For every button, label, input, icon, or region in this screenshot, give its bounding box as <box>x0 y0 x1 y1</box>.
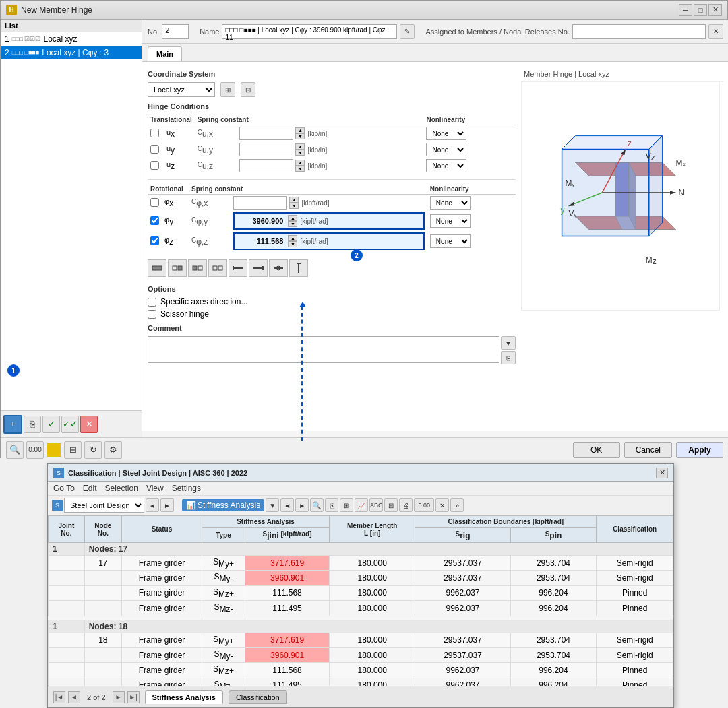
search-button[interactable]: 🔍 <box>6 441 24 459</box>
maximize-button[interactable]: □ <box>694 4 707 16</box>
hinge-icon-6[interactable] <box>249 259 268 277</box>
no-input[interactable]: 2 <box>162 24 189 39</box>
nonlin-select-phix[interactable]: None <box>430 196 471 210</box>
forward-btn[interactable]: ► <box>295 498 309 512</box>
check2-button[interactable]: ✓✓ <box>61 416 79 433</box>
comment-copy[interactable]: ⎘ <box>501 351 516 364</box>
panel-close-button[interactable]: ✕ <box>656 468 668 478</box>
hinge-icon-7[interactable] <box>269 259 288 277</box>
scissor-hinge-check[interactable] <box>148 310 156 319</box>
menu-selection[interactable]: Selection <box>105 484 138 493</box>
delete-button[interactable]: ✕ <box>80 416 98 433</box>
nonlin-select-uy[interactable]: None <box>426 143 466 156</box>
print-btn[interactable]: 🖨 <box>399 498 413 512</box>
spin-phix[interactable]: ▲▼ <box>289 197 299 209</box>
spin-phiy[interactable]: ▲▼ <box>288 215 297 227</box>
menu-view[interactable]: View <box>146 484 164 493</box>
nav-prev-button[interactable]: ◄ <box>146 498 159 512</box>
tab-main[interactable]: Main <box>148 46 182 61</box>
add-button[interactable]: + <box>3 415 22 434</box>
menu-goto[interactable]: Go To <box>53 484 75 493</box>
apply-button[interactable]: Apply <box>676 442 723 458</box>
menu-edit[interactable]: Edit <box>83 484 97 493</box>
cell-status-2-1: Frame girder <box>122 633 202 647</box>
minimize-button[interactable]: ─ <box>679 4 692 16</box>
dropdown-btn[interactable]: ▼ <box>266 498 279 512</box>
more-btn[interactable]: » <box>450 498 464 512</box>
nonlin-select-phiz[interactable]: None <box>430 234 471 248</box>
comment-expand[interactable]: ▼ <box>501 336 516 350</box>
spring-input-uz[interactable] <box>239 159 293 172</box>
name-input[interactable]: □□□ □■■■ | Local xyz | Cφy : 3960.900 ki… <box>222 24 397 39</box>
copy-panel-btn[interactable]: ⎘ <box>325 498 338 512</box>
spin-ux[interactable]: ▲▼ <box>295 127 305 139</box>
menu-settings[interactable]: Settings <box>172 484 201 493</box>
hinge-icon-1[interactable] <box>148 259 166 277</box>
spring-input-phiy[interactable] <box>235 214 286 228</box>
check-phix[interactable] <box>150 198 159 207</box>
tabs: Main <box>142 44 728 62</box>
prev-page-btn[interactable]: ◄ <box>68 691 80 703</box>
stiffness-tab-btn[interactable]: 📊 Stiffness Analysis <box>182 499 264 511</box>
next-page-btn[interactable]: ► <box>113 691 125 703</box>
nav-next-button[interactable]: ► <box>160 498 174 512</box>
item-label-1: Local xyz <box>44 34 78 44</box>
check-button[interactable]: ✓ <box>42 416 60 433</box>
check-phiz[interactable] <box>150 236 159 245</box>
check-uz[interactable] <box>150 161 159 170</box>
filter-button[interactable]: ⊞ <box>64 441 82 459</box>
assigned-action-button[interactable]: ✕ <box>708 24 723 39</box>
cross-btn[interactable]: ✕ <box>435 498 449 512</box>
color-button[interactable] <box>47 443 61 457</box>
abc-btn[interactable]: ABC <box>369 498 383 512</box>
close-button[interactable]: ✕ <box>708 4 722 16</box>
search-panel-btn[interactable]: 🔍 <box>310 498 324 512</box>
list-item-1[interactable]: 1 □□□ ☑☑☑ Local xyz <box>1 32 142 46</box>
back-btn[interactable]: ◄ <box>280 498 294 512</box>
coord-btn1[interactable]: ⊞ <box>220 82 235 97</box>
settings-button[interactable]: ⚙ <box>104 441 122 459</box>
spin-uy[interactable]: ▲▼ <box>295 143 305 156</box>
nonlin-select-uz[interactable]: None <box>426 159 466 172</box>
check-phiy[interactable] <box>150 216 159 225</box>
bottom-tab-stiffness[interactable]: Stiffness Analysis <box>145 690 223 704</box>
spring-input-ux[interactable] <box>239 127 293 140</box>
zero-button[interactable]: 0.00 <box>26 441 44 459</box>
spring-input-phix[interactable] <box>233 196 287 210</box>
group-header-1: 1 Nodes: 17 <box>49 543 673 556</box>
design-select[interactable]: Steel Joint Design <box>64 498 144 513</box>
hinge-icon-5[interactable] <box>229 259 247 277</box>
cancel-button[interactable]: Cancel <box>624 442 672 458</box>
nonlin-select-ux[interactable]: None <box>426 127 466 140</box>
assigned-input[interactable] <box>572 24 706 39</box>
last-page-btn[interactable]: ►| <box>127 691 140 703</box>
assigned-field-group: Assigned to Members / Nodal Releases No.… <box>425 24 723 39</box>
refresh-button[interactable]: ↻ <box>84 441 102 459</box>
spin-phiz[interactable]: ▲▼ <box>288 235 297 247</box>
bottom-tab-classification[interactable]: Classification <box>229 690 287 704</box>
edit-name-button[interactable]: ✎ <box>400 24 415 39</box>
nonlin-select-phiy[interactable]: None <box>430 214 471 228</box>
ok-button[interactable]: OK <box>573 442 620 458</box>
spring-input-uy[interactable] <box>239 143 293 156</box>
export-panel-btn[interactable]: ⊞ <box>340 498 353 512</box>
coord-system-select[interactable]: Local xyz Global XYZ <box>148 82 215 97</box>
spin-uz[interactable]: ▲▼ <box>295 160 305 172</box>
hinge-icon-3[interactable] <box>188 259 207 277</box>
first-page-btn[interactable]: |◄ <box>53 691 65 703</box>
specific-axes-check[interactable] <box>148 298 156 307</box>
hinge-icon-4[interactable] <box>208 259 227 277</box>
list-item-2[interactable]: 2 □□□ □■■■ Local xyz | Cφy : 3 <box>1 46 142 59</box>
check-uy[interactable] <box>150 145 159 154</box>
copy-button[interactable]: ⎘ <box>24 416 41 433</box>
comment-input[interactable] <box>148 336 499 363</box>
check-ux[interactable] <box>150 129 159 137</box>
chart-btn[interactable]: 📈 <box>355 498 368 512</box>
hinge-icon-2[interactable] <box>168 259 187 277</box>
coord-btn2[interactable]: ⊡ <box>241 82 255 97</box>
spring-input-phiz[interactable] <box>235 234 286 248</box>
hinge-icon-8[interactable] <box>289 259 308 277</box>
zero2-btn[interactable]: 0.00 <box>414 498 434 512</box>
table-scroll[interactable]: JointNo. NodeNo. Status Stiffness Analys… <box>48 515 673 695</box>
table-btn[interactable]: ⊟ <box>384 498 398 512</box>
